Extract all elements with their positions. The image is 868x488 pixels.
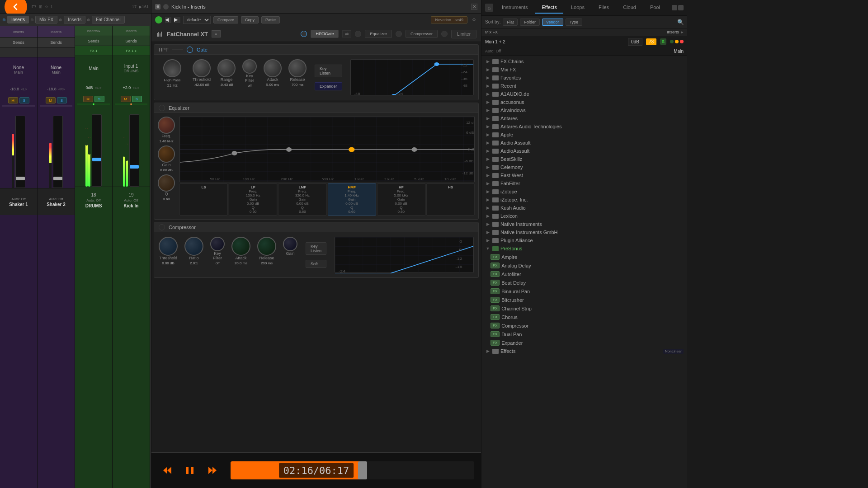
gate-attack-knob[interactable]	[264, 59, 282, 77]
ch4-sends[interactable]: Sends	[113, 36, 150, 46]
ch2-solo[interactable]: S	[57, 97, 67, 103]
mix-fx-tab[interactable]: Mix FX	[35, 16, 57, 23]
tree-kush-audio[interactable]: ▶ Kush Audio	[481, 204, 687, 212]
tab-pool[interactable]: Pool	[644, 2, 666, 14]
ch1-fader-thumb[interactable]	[16, 177, 25, 180]
tree-beatskillz[interactable]: ▶ BeatSkillz	[481, 155, 687, 163]
sort-vendor-btn[interactable]: Vendor	[542, 19, 563, 26]
tree-mix-fx[interactable]: ▶ Mix FX	[481, 66, 687, 74]
tree-native-instruments[interactable]: ▶ Native Instruments	[481, 220, 687, 228]
eq-band-lmf[interactable]: LMF Freq. 320.0 Hz Gain 0.00 dB Q 0.60	[278, 183, 326, 216]
tab-loops[interactable]: Loops	[565, 2, 591, 14]
tab-cloud[interactable]: Cloud	[617, 2, 642, 14]
eq-q-knob[interactable]	[158, 174, 175, 192]
transport-forward-btn[interactable]	[201, 457, 224, 484]
tree-fabfilter[interactable]: ▶ FabFilter	[481, 179, 687, 188]
ch4-solo[interactable]: S	[132, 96, 142, 102]
led3[interactable]	[680, 40, 684, 43]
tree-antares-audio[interactable]: ▶ Antares Audio Technologies	[481, 122, 687, 131]
sort-type-btn[interactable]: Type	[566, 19, 583, 26]
eq-gain-knob[interactable]	[158, 145, 175, 163]
fat-channel-tab[interactable]: Fat Channel	[92, 16, 124, 23]
eq-band-hs[interactable]: HS	[426, 183, 475, 216]
eq-band-ls[interactable]: LS	[179, 183, 228, 216]
compare-btn[interactable]: Compare	[213, 16, 238, 23]
plugin-arrow-left[interactable]: ◀	[165, 17, 171, 23]
tree-expander[interactable]: FX Expander	[481, 338, 687, 347]
tree-izotope[interactable]: ▶ iZotope	[481, 188, 687, 196]
inserts-tab[interactable]: Inserts	[7, 16, 29, 23]
tree-east-west[interactable]: ▶ East West	[481, 171, 687, 179]
gate-release-knob[interactable]	[288, 59, 307, 77]
tree-channel-strip[interactable]: FX Channel Strip	[481, 304, 687, 313]
fc-eq-power-btn[interactable]	[355, 31, 361, 37]
right-s-btn[interactable]: S	[660, 38, 666, 45]
plugin-power-btn[interactable]	[155, 16, 162, 23]
comp-release-knob[interactable]	[257, 237, 276, 256]
tree-analog-delay[interactable]: FX Analog Delay	[481, 261, 687, 270]
tree-favorites[interactable]: ▶ Favorites	[481, 74, 687, 82]
ch3-inserts[interactable]: Inserts ▸	[75, 26, 112, 36]
gate-threshold-knob[interactable]	[193, 59, 211, 77]
comp-ratio-knob[interactable]	[184, 237, 203, 256]
gate-key-filter-knob[interactable]	[242, 59, 257, 74]
tree-presonus[interactable]: ▼ PreSonus	[481, 244, 687, 253]
eq-band-hf[interactable]: HF Freq. 5.00 kHz Gain 0.00 dB Q 0.60	[377, 183, 425, 216]
window-btn1[interactable]	[672, 5, 677, 10]
eq-band-hmf[interactable]: HMF Freq. 1.40 kHz Gain 0.00 dB Q 0.60	[328, 183, 376, 216]
tree-chorus[interactable]: FX Chorus	[481, 313, 687, 321]
gate-expander-btn[interactable]: Expander	[315, 82, 342, 90]
inserts2-tab[interactable]: Inserts	[64, 16, 85, 23]
eq-power-btn[interactable]	[159, 105, 165, 111]
ch4-inserts[interactable]: Inserts	[113, 26, 150, 36]
tree-compressor[interactable]: FX Compressor	[481, 321, 687, 330]
transport-play-pause-btn[interactable]	[179, 457, 201, 484]
plugin-pin-btn[interactable]	[163, 4, 169, 9]
ch3-solo[interactable]: S	[94, 96, 104, 102]
comp-gain-knob[interactable]	[283, 237, 297, 251]
ch1-mute[interactable]: M	[8, 97, 18, 103]
ch1-solo[interactable]: S	[19, 97, 29, 103]
tree-airwindows[interactable]: ▶ Airwindows	[481, 106, 687, 114]
tab-instruments[interactable]: Instruments	[495, 2, 534, 14]
fc-nav-hpf[interactable]: HPF/Gate	[311, 30, 339, 38]
ch4-mute[interactable]: M	[121, 96, 131, 102]
tree-fx-chains[interactable]: ▶ FX Chains	[481, 57, 687, 66]
plugin-arrow-right[interactable]: ▶	[174, 17, 180, 23]
eq-freq-knob[interactable]	[158, 117, 175, 134]
fc-nav-comp[interactable]: Compressor	[406, 30, 438, 38]
tree-ampire[interactable]: FX Ampire	[481, 253, 687, 261]
copy-btn[interactable]: Copy	[241, 16, 259, 23]
fc-nav-eq[interactable]: Equalizer	[365, 30, 392, 38]
ch3-fader-thumb[interactable]	[92, 158, 101, 161]
hpf-knob[interactable]	[160, 56, 185, 81]
tree-a1audio[interactable]: ▶ A1AUDIO.de	[481, 90, 687, 98]
tree-binaural-pan[interactable]: FX Binaural Pan	[481, 287, 687, 296]
comp-power-btn[interactable]	[159, 224, 165, 230]
sort-folder-btn[interactable]: Folder	[520, 19, 540, 26]
tree-celemony[interactable]: ▶ Celemony	[481, 163, 687, 171]
ch2-fader-thumb[interactable]	[53, 177, 62, 180]
ch2-inserts[interactable]: Inserts	[38, 26, 75, 38]
tree-apple[interactable]: ▶ Apple	[481, 131, 687, 139]
fc-list-view-btn[interactable]: ≡	[212, 30, 221, 38]
settings-icon[interactable]: ⚙	[470, 16, 477, 23]
gate-power-btn[interactable]	[187, 47, 193, 53]
tree-audioassault[interactable]: ▶ AudioAssault	[481, 147, 687, 155]
fc-swap-btn[interactable]: ⇄	[342, 30, 351, 38]
fc-comp-power-btn[interactable]	[396, 31, 402, 37]
comp-key-filter-knob[interactable]	[210, 237, 225, 251]
tree-autofilter[interactable]: FX Autofilter	[481, 270, 687, 278]
tab-files[interactable]: Files	[592, 2, 615, 14]
plugin-window-controls[interactable]: ⊕	[155, 4, 160, 9]
tree-recent[interactable]: ▶ Recent	[481, 82, 687, 90]
search-icon[interactable]: 🔍	[677, 19, 684, 25]
ch3-mute[interactable]: M	[83, 96, 93, 102]
tree-audio-assault[interactable]: ▶ Audio Assault	[481, 139, 687, 147]
ch2-mute[interactable]: M	[46, 97, 56, 103]
ch1-inserts[interactable]: Inserts	[0, 26, 37, 38]
ch2-sends[interactable]: Sends	[38, 38, 75, 47]
gate-range-knob[interactable]	[217, 59, 236, 77]
comp-key-listen-btn[interactable]: Key Listen	[306, 242, 326, 255]
tree-plugin-alliance[interactable]: ▶ Plugin Alliance	[481, 236, 687, 244]
